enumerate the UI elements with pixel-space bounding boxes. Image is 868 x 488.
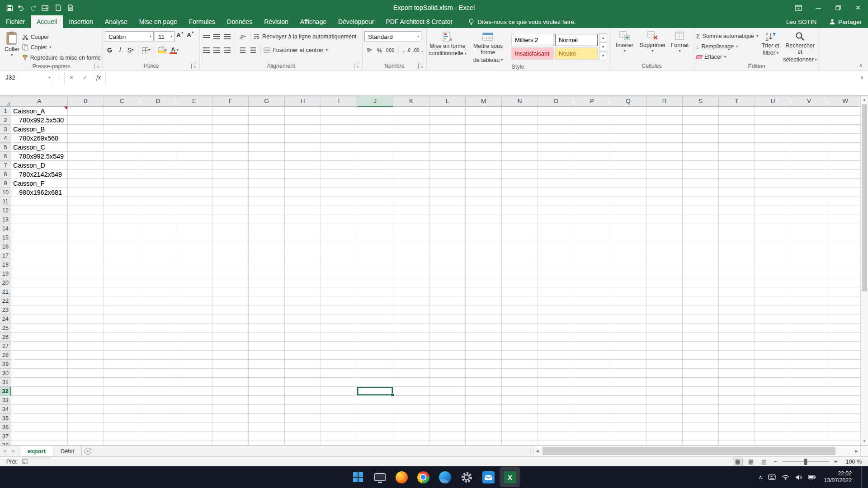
cell-H8[interactable]	[285, 170, 321, 179]
cell-C24[interactable]	[104, 314, 140, 324]
cell-N26[interactable]	[502, 333, 538, 342]
cell-J25[interactable]	[357, 324, 393, 333]
cell-R2[interactable]	[646, 116, 683, 125]
cell-N21[interactable]	[502, 287, 538, 296]
cell-D24[interactable]	[140, 314, 176, 324]
cell-O31[interactable]	[538, 378, 574, 387]
cell-S34[interactable]	[683, 405, 719, 414]
row-header-31[interactable]: 31	[0, 378, 11, 387]
cell-D28[interactable]	[140, 351, 176, 360]
cell-V30[interactable]	[791, 369, 827, 378]
cell-H35[interactable]	[285, 414, 321, 423]
cell-H2[interactable]	[285, 116, 321, 125]
cell-A6[interactable]: 780x992.5x549	[11, 152, 68, 161]
cell-W7[interactable]	[827, 161, 860, 170]
cell-L24[interactable]	[429, 314, 466, 324]
cell-I33[interactable]	[321, 396, 357, 405]
cell-V9[interactable]	[791, 179, 827, 188]
cell-K33[interactable]	[393, 396, 429, 405]
fill-button[interactable]: ↓ Remplissage ▾	[696, 42, 758, 51]
cell-N17[interactable]	[502, 251, 538, 260]
font-dialog-launcher-icon[interactable]: ↘	[191, 64, 196, 69]
cell-G33[interactable]	[249, 396, 285, 405]
cell-L3[interactable]	[429, 125, 466, 134]
cell-M23[interactable]	[466, 305, 502, 314]
cell-I38[interactable]	[321, 441, 357, 445]
cell-W22[interactable]	[827, 296, 860, 305]
cell-Q29[interactable]	[610, 360, 646, 369]
cell-B23[interactable]	[68, 305, 104, 314]
cell-G28[interactable]	[249, 351, 285, 360]
cell-G18[interactable]	[249, 260, 285, 269]
cell-T15[interactable]	[719, 233, 755, 242]
cell-U15[interactable]	[755, 233, 791, 242]
cell-G37[interactable]	[249, 432, 285, 441]
row-header-17[interactable]: 17	[0, 251, 11, 260]
row-header-18[interactable]: 18	[0, 260, 11, 269]
cell-P32[interactable]	[574, 387, 610, 396]
cell-W28[interactable]	[827, 351, 860, 360]
cell-E24[interactable]	[176, 314, 212, 324]
cell-D3[interactable]	[140, 125, 176, 134]
cell-J17[interactable]	[357, 251, 393, 260]
cell-B25[interactable]	[68, 324, 104, 333]
cell-T28[interactable]	[719, 351, 755, 360]
cell-G16[interactable]	[249, 242, 285, 251]
cell-H27[interactable]	[285, 342, 321, 351]
cell-B20[interactable]	[68, 278, 104, 287]
cell-H7[interactable]	[285, 161, 321, 170]
cell-K34[interactable]	[393, 405, 429, 414]
cell-P25[interactable]	[574, 324, 610, 333]
cell-U10[interactable]	[755, 188, 791, 197]
cell-S6[interactable]	[683, 152, 719, 161]
increase-font-icon[interactable]: ▲	[175, 32, 185, 42]
cell-K4[interactable]	[393, 134, 429, 143]
cell-G12[interactable]	[249, 206, 285, 215]
cell-T24[interactable]	[719, 314, 755, 324]
bold-button[interactable]: G	[105, 45, 114, 55]
cell-L21[interactable]	[429, 287, 466, 296]
cell-G9[interactable]	[249, 179, 285, 188]
cell-P8[interactable]	[574, 170, 610, 179]
cell-L12[interactable]	[429, 206, 466, 215]
cell-G27[interactable]	[249, 342, 285, 351]
cell-T16[interactable]	[719, 242, 755, 251]
cell-M7[interactable]	[466, 161, 502, 170]
cell-D4[interactable]	[140, 134, 176, 143]
cell-L7[interactable]	[429, 161, 466, 170]
cell-S14[interactable]	[683, 224, 719, 233]
cell-P2[interactable]	[574, 116, 610, 125]
cell-J32[interactable]	[357, 387, 393, 396]
cell-H4[interactable]	[285, 134, 321, 143]
share-button[interactable]: Partager	[829, 19, 862, 25]
cell-D36[interactable]	[140, 423, 176, 432]
comma-style-button[interactable]: 000	[385, 45, 396, 55]
cell-V15[interactable]	[791, 233, 827, 242]
cell-D20[interactable]	[140, 278, 176, 287]
italic-button[interactable]: I	[115, 45, 125, 55]
cell-L38[interactable]	[429, 441, 466, 445]
cell-U27[interactable]	[755, 342, 791, 351]
cell-A27[interactable]	[11, 342, 68, 351]
cell-L35[interactable]	[429, 414, 466, 423]
restore-icon[interactable]	[828, 0, 848, 15]
cell-J21[interactable]	[357, 287, 393, 296]
row-header-4[interactable]: 4	[0, 134, 11, 143]
cell-T4[interactable]	[719, 134, 755, 143]
cell-W13[interactable]	[827, 215, 860, 224]
cell-M19[interactable]	[466, 269, 502, 278]
cell-O27[interactable]	[538, 342, 574, 351]
cell-G24[interactable]	[249, 314, 285, 324]
cell-C14[interactable]	[104, 224, 140, 233]
cell-Q7[interactable]	[610, 161, 646, 170]
cell-V33[interactable]	[791, 396, 827, 405]
row-header-6[interactable]: 6	[0, 152, 11, 161]
cell-G29[interactable]	[249, 360, 285, 369]
cell-H24[interactable]	[285, 314, 321, 324]
cell-J26[interactable]	[357, 333, 393, 342]
redo-icon[interactable]	[28, 1, 40, 14]
cell-P27[interactable]	[574, 342, 610, 351]
cell-M24[interactable]	[466, 314, 502, 324]
cell-Q3[interactable]	[610, 125, 646, 134]
cell-F20[interactable]	[212, 278, 249, 287]
